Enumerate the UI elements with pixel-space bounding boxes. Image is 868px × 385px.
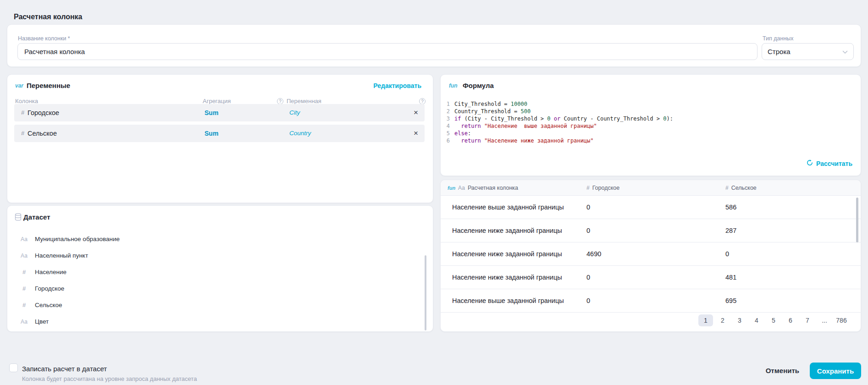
code-line: 1 City_Threshold = 10000: [444, 100, 853, 108]
remove-variable-icon[interactable]: ×: [414, 104, 418, 121]
results-column-label: Сельское: [731, 185, 757, 191]
aggregation-header: Агрегация: [203, 98, 231, 104]
pagination-page[interactable]: 6: [783, 314, 798, 326]
aggregation-value[interactable]: Sum: [205, 125, 218, 142]
variable-row: # Сельское Sum Country ×: [14, 125, 425, 142]
chevron-down-icon: [842, 48, 848, 55]
dataset-field-name: Сельское: [35, 297, 62, 314]
pagination-page[interactable]: 4: [749, 314, 764, 326]
number-type-icon: #: [21, 125, 24, 142]
calc-value-cell: Население ниже заданной границы: [452, 266, 562, 289]
dataset-field-name: Население: [35, 264, 66, 280]
formula-panel-title: Формула: [463, 82, 494, 89]
results-column-label: Городское: [592, 185, 620, 191]
dataset-panel: Датасет Аа Муниципальное образование Аа …: [7, 205, 433, 332]
string-type-icon: Аа: [21, 248, 32, 264]
column-name-label: Название колонки *: [18, 35, 70, 42]
line-number: 2: [444, 108, 450, 115]
pagination-page[interactable]: 7: [800, 314, 815, 326]
variables-panel: var Переменные Редактировать Колонка Агр…: [7, 74, 433, 203]
dataset-field-item[interactable]: # Население: [7, 264, 433, 280]
results-table-row: Население ниже заданной границы 0 481: [441, 266, 861, 289]
data-type-select[interactable]: Строка: [762, 43, 854, 60]
aggregation-value[interactable]: Sum: [205, 104, 218, 121]
data-type-value: Строка: [768, 48, 791, 55]
pagination-page[interactable]: 3: [732, 314, 747, 326]
number-type-icon: #: [21, 280, 33, 297]
string-type-icon: Аа: [21, 231, 32, 248]
calc-value-cell: Население выше заданной границы: [452, 289, 564, 312]
dataset-field-name: Городское: [35, 280, 64, 297]
variable-name-value[interactable]: Country: [289, 125, 311, 142]
dataset-field-name: Цвет: [35, 314, 49, 330]
dataset-field-item[interactable]: # Городское: [7, 280, 433, 297]
calculate-button-label: Рассчитать: [816, 160, 852, 167]
write-to-dataset-hint: Колонка будет рассчитана на уровне запро…: [22, 375, 197, 382]
code-line: 4 return "Население выше заданной границ…: [444, 122, 853, 130]
pagination-page[interactable]: 5: [766, 314, 781, 326]
dataset-field-list: Аа Муниципальное образование Аа Населенн…: [7, 231, 433, 330]
string-type-icon: Аа: [21, 314, 32, 330]
formula-code-editor[interactable]: 1 City_Threshold = 10000 2 Country_Thres…: [444, 100, 853, 144]
calc-value-cell: Население выше заданной границы: [452, 196, 564, 219]
dataset-field-item[interactable]: Аа Населенный пункт: [7, 248, 433, 264]
results-scrollbar[interactable]: [856, 198, 858, 242]
fun-badge-icon: fun: [448, 185, 455, 191]
line-number: 6: [444, 137, 450, 144]
dataset-scrollbar[interactable]: [425, 255, 426, 330]
line-number: 5: [444, 130, 450, 137]
variables-rows: # Городское Sum City × # Сельское Sum Co…: [14, 104, 425, 145]
refresh-icon: [807, 160, 813, 167]
variable-header: Переменная: [287, 98, 321, 104]
number-type-icon: #: [21, 297, 33, 314]
code-line: 6 return "Население ниже заданной границ…: [444, 137, 853, 144]
pagination-ellipsis: ...: [817, 314, 832, 326]
help-icon[interactable]: ?: [419, 98, 426, 104]
number-type-icon: #: [21, 264, 33, 280]
dataset-field-item[interactable]: # Сельское: [7, 297, 433, 314]
variable-name-value[interactable]: City: [289, 104, 300, 121]
calc-value-cell: Население ниже заданной границы: [452, 219, 562, 242]
results-table-row: Население выше заданной границы 0 695: [441, 289, 861, 313]
edit-variables-button[interactable]: Редактировать: [373, 82, 421, 89]
help-icon[interactable]: ?: [277, 98, 283, 104]
code-line: 5 else:: [444, 130, 853, 137]
rural-value-cell: 586: [725, 196, 736, 219]
city-value-cell: 4690: [586, 242, 601, 265]
database-icon: [15, 213, 22, 223]
variable-row: # Городское Sum City ×: [14, 104, 425, 121]
results-column-header: # Сельское: [725, 180, 757, 195]
number-type-icon: #: [586, 185, 590, 191]
line-number: 1: [444, 100, 450, 108]
line-number: 4: [444, 122, 450, 130]
save-button[interactable]: Сохранить: [810, 363, 861, 379]
results-panel: funАа Расчетная колонка # Городское # Се…: [440, 180, 861, 332]
city-value-cell: 0: [586, 289, 590, 312]
variable-column-name: Городское: [28, 104, 59, 121]
city-value-cell: 0: [586, 266, 590, 289]
dataset-field-item[interactable]: Аа Цвет: [7, 314, 433, 330]
calculate-button[interactable]: Рассчитать: [807, 160, 852, 167]
rural-value-cell: 481: [725, 266, 736, 289]
fun-badge-icon: fun: [449, 82, 458, 89]
remove-variable-icon[interactable]: ×: [414, 125, 418, 142]
results-table-row: Население выше заданной границы 0 586: [441, 196, 861, 219]
formula-panel: fun Формула 1 City_Threshold = 10000 2 C…: [440, 74, 861, 176]
write-to-dataset-checkbox[interactable]: [9, 363, 18, 372]
cancel-button[interactable]: Отменить: [766, 367, 799, 374]
city-value-cell: 0: [586, 219, 590, 242]
data-type-label: Тип данных: [763, 35, 794, 42]
dataset-field-name: Муниципальное образование: [35, 231, 120, 248]
pagination-page[interactable]: 1: [698, 314, 713, 326]
dataset-panel-title: Датасет: [23, 213, 50, 221]
pagination-page[interactable]: 786: [834, 314, 849, 326]
code-line: 3 if (City - City_Threshold > 0 or Count…: [444, 115, 853, 122]
number-type-icon: #: [21, 104, 24, 121]
dataset-field-item[interactable]: Аа Муниципальное образование: [7, 231, 433, 248]
column-name-input[interactable]: [17, 43, 757, 60]
rural-value-cell: 0: [725, 242, 729, 265]
calc-value-cell: Население ниже заданной границы: [452, 242, 562, 265]
write-to-dataset-label[interactable]: Записать расчет в датасет: [22, 365, 107, 373]
rural-value-cell: 695: [725, 289, 736, 312]
pagination-page[interactable]: 2: [715, 314, 730, 326]
